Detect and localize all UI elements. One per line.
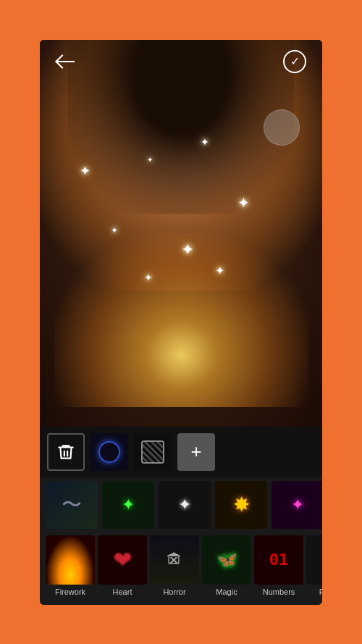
primer-thumb: ✦ (306, 535, 322, 585)
primer-label: Primer (319, 587, 322, 596)
back-arrow-icon (57, 54, 77, 69)
firework-label: Firework (55, 587, 85, 596)
back-button[interactable] (54, 49, 80, 75)
horror-label: Horror (163, 587, 185, 596)
delete-button[interactable]: path{stroke:white;stroke-width:2;fill:no… (47, 433, 85, 471)
numbers-effect-item[interactable]: 01 Numbers (254, 535, 303, 596)
heart-thumb: ❤ (98, 535, 147, 585)
heart-icon: ❤ (113, 546, 132, 574)
phone-container: ✦ ✦ ✦ ✦ ✦ ✦ ✦ ✦ ✓ (40, 40, 322, 605)
firework-effect-item[interactable]: Firework (46, 535, 95, 596)
named-effects-row: Firework ❤ Heart 🏚 Horror 🦋 (40, 532, 322, 605)
circle-effect-icon (98, 441, 120, 463)
effect-thumb-1[interactable] (90, 433, 128, 471)
horror-icon: 🏚 (167, 551, 182, 569)
effect-thumb-2[interactable] (134, 433, 172, 471)
heart-effect-item[interactable]: ❤ Heart (98, 535, 147, 596)
check-icon: ✓ (283, 50, 306, 73)
bottom-panel: path{stroke:white;stroke-width:2;fill:no… (40, 427, 322, 605)
numbers-label: Numbers (263, 587, 295, 596)
magic-thumb: 🦋 (202, 535, 251, 585)
toolbar-row: path{stroke:white;stroke-width:2;fill:no… (40, 427, 322, 477)
gold-firework-effect[interactable]: ✸ (215, 481, 267, 529)
effect-thumb-1-bg (90, 433, 128, 471)
swirl-effect-icon (141, 440, 164, 464)
effect-thumb-2-bg (134, 433, 172, 471)
sparkle-overlay (54, 233, 308, 407)
horror-effect-item[interactable]: 🏚 Horror (150, 535, 199, 596)
magic-label: Magic (216, 587, 237, 596)
app-container: ✦ ✦ ✦ ✦ ✦ ✦ ✦ ✦ ✓ (0, 0, 362, 644)
trash-icon: path{stroke:white;stroke-width:2;fill:no… (56, 443, 75, 461)
horror-thumb: 🏚 (150, 535, 199, 585)
numbers-value: 01 (269, 551, 289, 569)
green-spark-effect[interactable]: ✦ (102, 481, 154, 529)
smoke-effect[interactable]: 〜 (46, 481, 98, 529)
add-effect-button[interactable]: + (177, 433, 215, 471)
pink-spark-effect[interactable]: ✦ (272, 481, 322, 529)
heart-label: Heart (113, 587, 132, 596)
numbers-thumb: 01 (254, 535, 303, 585)
confirm-button[interactable]: ✓ (282, 49, 308, 75)
magic-icon: 🦋 (217, 551, 237, 569)
effects-row-2: 〜 ✦ ✦ ✸ (40, 477, 322, 532)
white-spark-effect[interactable]: ✦ (159, 481, 211, 529)
photo-area: ✦ ✦ ✦ ✦ ✦ ✦ ✦ ✦ ✓ (40, 40, 322, 427)
magic-effect-item[interactable]: 🦋 Magic (202, 535, 251, 596)
firework-thumb (46, 535, 95, 585)
primer-effect-item[interactable]: ✦ Primer (306, 535, 322, 596)
overlay-circle (264, 109, 300, 146)
top-bar: ✓ (40, 40, 322, 83)
